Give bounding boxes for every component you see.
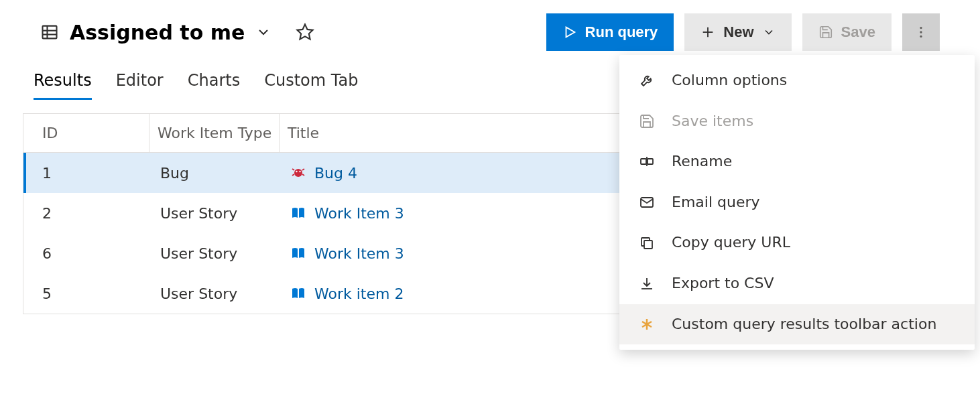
svg-rect-22	[644, 241, 652, 249]
menu-item-label: Custom query results toolbar action	[672, 315, 956, 334]
plus-icon	[700, 25, 715, 40]
svg-point-9	[920, 31, 922, 33]
work-item-link[interactable]: Bug 4	[314, 165, 357, 182]
tab-results[interactable]: Results	[34, 71, 92, 100]
download-icon	[638, 275, 656, 292]
cell-id: 6	[26, 233, 152, 273]
svg-line-14	[292, 169, 294, 170]
svg-rect-18	[641, 159, 646, 164]
cell-id: 5	[26, 273, 152, 314]
play-icon	[562, 25, 577, 40]
query-type-icon[interactable]	[40, 23, 59, 42]
header: Assigned to me Run query	[0, 0, 980, 58]
svg-point-13	[299, 171, 300, 172]
mail-icon	[638, 194, 656, 211]
cell-type: User Story	[152, 273, 282, 314]
tab-charts[interactable]: Charts	[188, 71, 240, 100]
cell-type: Bug	[152, 153, 282, 193]
menu-item-wrench[interactable]: Column options	[619, 60, 975, 101]
new-button[interactable]: New	[684, 13, 791, 51]
col-header-id[interactable]: ID	[23, 114, 149, 152]
book-icon	[290, 205, 306, 221]
menu-item-label: Save items	[672, 112, 956, 131]
run-query-label: Run query	[585, 23, 658, 41]
svg-line-16	[292, 174, 294, 176]
book-icon	[290, 285, 306, 302]
svg-point-12	[296, 171, 297, 172]
tab-custom[interactable]: Custom Tab	[264, 71, 358, 100]
new-label: New	[723, 23, 753, 41]
svg-rect-19	[648, 159, 653, 164]
cell-id: 1	[26, 153, 152, 193]
menu-item-asterisk[interactable]: Custom query results toolbar action	[619, 304, 975, 345]
menu-item-label: Rename	[672, 152, 956, 172]
title-group[interactable]: Assigned to me	[70, 21, 271, 44]
header-left: Assigned to me	[40, 21, 314, 44]
svg-point-11	[294, 169, 302, 177]
page-title: Assigned to me	[70, 21, 245, 44]
menu-item-label: Column options	[672, 71, 956, 90]
save-icon	[818, 25, 833, 40]
save-label: Save	[841, 23, 875, 41]
svg-rect-0	[43, 26, 57, 39]
menu-item-label: Email query	[672, 193, 956, 212]
wrench-icon	[638, 72, 656, 89]
menu-item-save: Save items	[619, 101, 975, 142]
header-right: Run query New	[546, 13, 940, 51]
svg-line-17	[302, 174, 304, 176]
cell-id: 2	[26, 193, 152, 233]
work-item-link[interactable]: Work Item 3	[314, 245, 404, 262]
rename-icon	[638, 153, 656, 170]
svg-point-8	[920, 27, 922, 29]
work-item-link[interactable]: Work item 2	[314, 285, 404, 302]
bug-icon	[290, 165, 306, 181]
more-vertical-icon	[914, 25, 928, 40]
save-icon	[638, 113, 656, 130]
menu-item-rename[interactable]: Rename	[619, 141, 975, 182]
copy-icon	[638, 235, 656, 252]
menu-item-copy[interactable]: Copy query URL	[619, 222, 975, 263]
menu-item-label: Copy query URL	[672, 233, 956, 253]
cell-type: User Story	[152, 193, 282, 233]
menu-item-download[interactable]: Export to CSV	[619, 263, 975, 304]
more-actions-button[interactable]	[902, 13, 940, 51]
svg-point-10	[920, 36, 922, 38]
favorite-star-icon[interactable]	[296, 23, 314, 42]
tab-editor[interactable]: Editor	[116, 71, 164, 100]
book-icon	[290, 245, 306, 261]
cell-type: User Story	[152, 233, 282, 273]
menu-item-label: Export to CSV	[672, 274, 956, 293]
menu-item-mail[interactable]: Email query	[619, 182, 975, 223]
chevron-down-icon	[255, 24, 271, 40]
asterisk-icon	[638, 316, 656, 333]
save-button: Save	[802, 13, 892, 51]
chevron-down-icon	[762, 25, 776, 39]
run-query-button[interactable]: Run query	[546, 13, 674, 51]
work-item-link[interactable]: Work Item 3	[314, 205, 404, 222]
svg-marker-5	[566, 27, 574, 38]
svg-marker-4	[298, 24, 313, 39]
svg-line-15	[302, 169, 304, 170]
col-header-type[interactable]: Work Item Type	[149, 114, 280, 152]
more-actions-menu: Column options Save items Rename Email q…	[619, 55, 975, 350]
